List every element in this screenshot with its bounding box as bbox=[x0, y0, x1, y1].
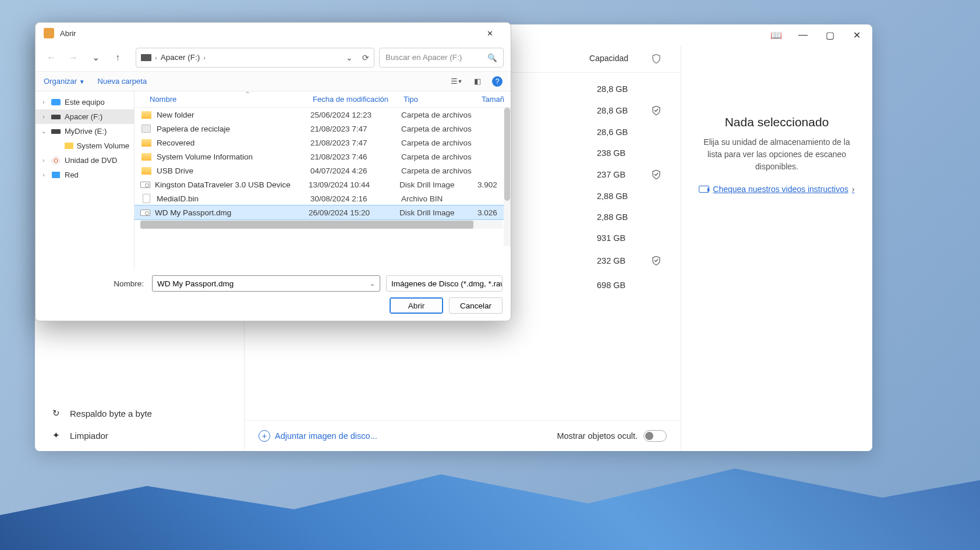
open-file-dialog: Abrir ✕ ← → ⌄ ↑ › Apacer (F:) › ⌄ ⟳ Busc… bbox=[35, 22, 511, 321]
filename-label: Nombre: bbox=[44, 279, 146, 288]
col-size[interactable]: Tamañ bbox=[482, 95, 511, 104]
device-footer: + Adjuntar imagen de disco... Mostrar ob… bbox=[245, 420, 681, 451]
tree-item[interactable]: ›Red bbox=[36, 168, 134, 182]
preview-pane-button[interactable]: ◧ bbox=[471, 75, 484, 88]
filename-value: WD My Passport.dmg bbox=[157, 279, 233, 288]
device-shield bbox=[643, 105, 669, 116]
new-folder-button[interactable]: Nueva carpeta bbox=[98, 77, 147, 86]
refresh-icon[interactable]: ⟳ bbox=[362, 53, 369, 62]
chevron-icon[interactable]: › bbox=[40, 172, 47, 178]
device-capacity: 28,8 GB bbox=[597, 106, 643, 115]
horizontal-scrollbar[interactable] bbox=[140, 221, 503, 229]
open-button[interactable]: Abrir bbox=[390, 297, 443, 314]
tree-item-label: Este equipo bbox=[65, 98, 105, 107]
tree-item-label: MyDrive (E:) bbox=[65, 127, 107, 136]
cancel-button[interactable]: Cancelar bbox=[449, 297, 503, 314]
show-hidden-toggle[interactable] bbox=[643, 430, 667, 442]
file-date: 25/06/2024 12:23 bbox=[310, 111, 401, 119]
nav-forward-button[interactable]: → bbox=[65, 49, 82, 66]
file-list-header: ⌃ Nombre Fecha de modificación Tipo Tama… bbox=[135, 91, 511, 108]
file-row[interactable]: System Volume Information21/08/2023 7:46… bbox=[135, 150, 511, 164]
filetype-select[interactable]: Imágenes de Disco (*.dmg, *.raw ⌄ bbox=[386, 275, 503, 292]
panel-icon: ◧ bbox=[474, 77, 481, 86]
address-bar[interactable]: › Apacer (F:) › ⌄ ⟳ bbox=[136, 48, 374, 68]
device-capacity: 28,8 GB bbox=[597, 84, 643, 94]
file-row[interactable]: WD My Passport.dmg26/09/2024 15:20Disk D… bbox=[135, 205, 511, 219]
book-icon: 📖 bbox=[770, 30, 782, 41]
attach-label: Adjuntar imagen de disco... bbox=[275, 431, 377, 441]
file-date: 21/08/2023 7:47 bbox=[310, 139, 401, 147]
tree-item[interactable]: System Volume bbox=[36, 139, 134, 153]
col-date[interactable]: Fecha de modificación bbox=[313, 95, 404, 104]
chevron-icon[interactable]: › bbox=[40, 113, 47, 120]
sidebar-item-label: Respaldo byte a byte bbox=[70, 409, 152, 418]
help-button[interactable]: ? bbox=[492, 76, 503, 87]
fold-icon bbox=[140, 152, 152, 161]
chevron-down-icon[interactable]: ⌄ bbox=[346, 53, 353, 62]
list-icon: ☰ bbox=[451, 77, 458, 86]
file-type: Carpeta de archivos bbox=[401, 139, 479, 147]
sparkle-icon: ✦ bbox=[52, 430, 63, 441]
organize-menu[interactable]: Organizar ▼ bbox=[44, 77, 85, 86]
tree-item[interactable]: ›Unidad de DVD bbox=[36, 153, 134, 168]
docs-button[interactable]: 📖 bbox=[763, 26, 790, 44]
nav-recent-button[interactable]: ⌄ bbox=[87, 49, 104, 66]
tree-item[interactable]: ›Apacer (F:) bbox=[36, 109, 134, 124]
file-row[interactable]: New folder25/06/2024 12:23Carpeta de arc… bbox=[135, 108, 511, 122]
view-list-button[interactable]: ☰ ▼ bbox=[450, 75, 463, 88]
minimize-button[interactable]: — bbox=[790, 26, 816, 44]
col-name[interactable]: Nombre bbox=[150, 95, 313, 104]
sidebar-item-backup[interactable]: ↻ Respaldo byte a byte bbox=[35, 402, 244, 424]
search-placeholder: Buscar en Apacer (F:) bbox=[385, 53, 462, 62]
search-input[interactable]: Buscar en Apacer (F:) 🔍 bbox=[379, 48, 504, 68]
file-row[interactable]: Recovered21/08/2023 7:47Carpeta de archi… bbox=[135, 136, 511, 150]
col-type[interactable]: Tipo bbox=[404, 95, 482, 104]
arrow-right-icon: → bbox=[69, 52, 78, 63]
close-icon: ✕ bbox=[487, 29, 493, 38]
dialog-nav: ← → ⌄ ↑ › Apacer (F:) › ⌄ ⟳ Buscar en Ap… bbox=[36, 44, 511, 72]
net-icon bbox=[51, 171, 61, 179]
fold-icon bbox=[140, 166, 152, 175]
device-capacity: 28,6 GB bbox=[597, 127, 643, 137]
chevron-icon[interactable]: › bbox=[40, 157, 47, 164]
vertical-scrollbar[interactable] bbox=[504, 108, 511, 246]
sidebar-item-cleaner[interactable]: ✦ Limpiador bbox=[35, 424, 244, 446]
sort-indicator-icon: ⌃ bbox=[245, 91, 250, 97]
chevron-right-icon: › bbox=[852, 184, 855, 194]
file-type: Carpeta de archivos bbox=[401, 166, 479, 175]
dialog-close-button[interactable]: ✕ bbox=[477, 24, 503, 42]
maximize-icon: ▢ bbox=[826, 30, 834, 41]
file-row[interactable]: USB Drive04/07/2024 4:26Carpeta de archi… bbox=[135, 164, 511, 178]
chevron-icon[interactable]: ⌄ bbox=[40, 128, 47, 134]
disk-icon bbox=[140, 208, 150, 217]
arrow-up-icon: ↑ bbox=[115, 52, 120, 63]
file-row[interactable]: MediaID.bin30/08/2024 2:16Archivo BIN bbox=[135, 191, 511, 205]
file-name: New folder bbox=[157, 111, 310, 119]
file-type: Archivo BIN bbox=[401, 194, 479, 203]
breadcrumb-segment[interactable]: Apacer (F:) bbox=[161, 53, 200, 62]
attach-disk-image-button[interactable]: + Adjuntar imagen de disco... bbox=[259, 430, 377, 442]
maximize-button[interactable]: ▢ bbox=[816, 26, 843, 44]
file-row[interactable]: Papelera de reciclaje21/08/2023 7:47Carp… bbox=[135, 122, 511, 136]
file-row[interactable]: Kingston DataTraveler 3.0 USB Device13/0… bbox=[135, 178, 511, 191]
close-button[interactable]: ✕ bbox=[843, 26, 870, 44]
nav-back-button[interactable]: ← bbox=[43, 49, 60, 66]
tree-item[interactable]: ›Este equipo bbox=[36, 95, 134, 109]
nav-up-button[interactable]: ↑ bbox=[109, 49, 126, 66]
file-date: 21/08/2023 7:46 bbox=[310, 152, 401, 161]
file-date: 04/07/2024 4:26 bbox=[310, 166, 401, 175]
chevron-icon[interactable]: › bbox=[40, 99, 47, 105]
device-shield bbox=[643, 169, 669, 180]
file-name: Recovered bbox=[157, 139, 310, 147]
tree-item-label: Apacer (F:) bbox=[65, 112, 102, 121]
dialog-toolbar: Organizar ▼ Nueva carpeta ☰ ▼ ◧ ? bbox=[36, 72, 511, 91]
filename-input[interactable]: WD My Passport.dmg ⌄ bbox=[152, 275, 380, 292]
fold-icon bbox=[140, 110, 152, 119]
tree-item[interactable]: ⌄MyDrive (E:) bbox=[36, 124, 134, 139]
file-date: 21/08/2023 7:47 bbox=[310, 125, 401, 133]
file-pane: ⌃ Nombre Fecha de modificación Tipo Tama… bbox=[135, 91, 511, 269]
bin-icon bbox=[140, 124, 152, 133]
file-name: WD My Passport.dmg bbox=[155, 208, 309, 217]
video-tutorials-link[interactable]: Chequea nuestros videos instructivos › bbox=[699, 184, 854, 194]
chevron-down-icon[interactable]: ⌄ bbox=[370, 280, 375, 288]
